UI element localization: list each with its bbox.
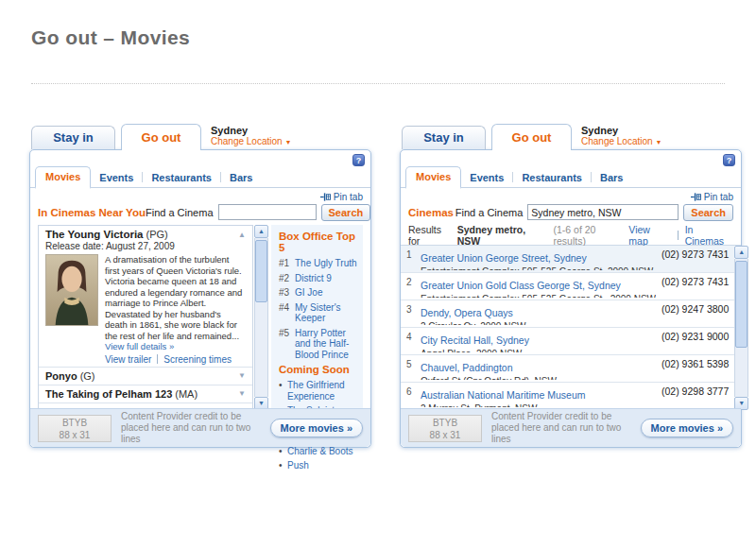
coming-soon-link[interactable]: The Girlfriend Experience bbox=[287, 380, 357, 402]
subtab-restaurants[interactable]: Restaurants bbox=[513, 168, 591, 187]
cinema-name-link[interactable]: Chauvel, Paddington bbox=[421, 362, 513, 373]
cinema-phone: (02) 9231 9000 bbox=[662, 331, 729, 352]
scroll-up-button[interactable]: ▲ bbox=[734, 246, 748, 259]
box-office-link[interactable]: The Ugly Truth bbox=[295, 258, 357, 269]
cinemas-widget: Stay in Go out Sydney Change Location ▼ … bbox=[400, 124, 742, 448]
box-office-item: #3GI Joe bbox=[279, 287, 357, 299]
pin-tab-link[interactable]: Pin tab bbox=[320, 192, 363, 202]
search-row: In Cinemas Near You Find a Cinema Search bbox=[30, 202, 370, 225]
cinema-name-link[interactable]: Australian National Maritime Museum bbox=[421, 389, 585, 401]
cinema-phone: (02) 9247 3800 bbox=[662, 303, 729, 325]
help-icon[interactable]: ? bbox=[352, 154, 365, 166]
subtab-events[interactable]: Events bbox=[461, 168, 512, 187]
widget-footer: BTYB88 x 31 Content Provider credit to b… bbox=[30, 408, 370, 447]
help-row: ? bbox=[30, 150, 370, 167]
top-tab-row: Stay in Go out Sydney Change Location ▼ bbox=[400, 124, 742, 149]
view-full-details-link[interactable]: View full details » bbox=[105, 341, 174, 351]
change-location-link[interactable]: Change Location ▼ bbox=[581, 136, 662, 146]
find-cinema-input[interactable] bbox=[527, 204, 679, 220]
scrollbar-track[interactable] bbox=[734, 259, 748, 397]
movies-panel: ? Movies Events Restaurants Bars Pin tab… bbox=[29, 149, 371, 448]
cinema-name-link[interactable]: Greater Union George Street, Sydney bbox=[421, 252, 587, 264]
bullet-icon: • bbox=[279, 460, 287, 471]
cinema-phone: (02) 9273 7431 bbox=[662, 248, 729, 270]
tab-go-out[interactable]: Go out bbox=[121, 124, 201, 149]
cinema-results: 1 Greater Union George Street, SydneyEnt… bbox=[401, 246, 741, 410]
cinema-name-link[interactable]: Greater Union Gold Class George St, Sydn… bbox=[421, 280, 621, 291]
cinema-name-link[interactable]: Dendy, Opera Quays bbox=[421, 307, 513, 318]
featured-movie: The Young Victoria (PG) ▲ Release date: … bbox=[39, 226, 252, 367]
cinema-address: 2 Murray St, Pyrmont, NSW bbox=[421, 403, 656, 407]
box-office-link[interactable]: GI Joe bbox=[295, 287, 322, 299]
cinema-row: 3 Dendy, Opera Quays2 Circular Qy, 2000 … bbox=[401, 300, 734, 328]
movie-poster-image bbox=[45, 254, 98, 326]
help-icon[interactable]: ? bbox=[723, 154, 735, 166]
search-button[interactable]: Search bbox=[321, 204, 371, 221]
expand-icon: ▼ bbox=[238, 371, 246, 380]
search-button[interactable]: Search bbox=[683, 204, 733, 221]
scroll-up-button[interactable]: ▲ bbox=[254, 225, 268, 238]
more-movies-button[interactable]: More movies » bbox=[641, 419, 733, 437]
pin-icon bbox=[691, 192, 701, 202]
content-provider-credit: Content Provider credit to be placed her… bbox=[112, 411, 270, 445]
sidebar: Box Office Top 5 #1The Ugly Truth #2Dist… bbox=[271, 225, 363, 410]
expand-icon: ▼ bbox=[238, 389, 246, 398]
movie-accordion-row[interactable]: The Taking of Pelham 123 (MA) ▼ bbox=[39, 385, 252, 402]
subtab-movies[interactable]: Movies bbox=[35, 166, 91, 189]
change-location-link[interactable]: Change Location ▼ bbox=[211, 136, 291, 146]
subtab-events[interactable]: Events bbox=[91, 168, 142, 187]
cinema-row: 4 City Recital Hall, SydneyAngel Place, … bbox=[401, 328, 734, 355]
in-cinemas-link[interactable]: In Cinemas bbox=[685, 224, 733, 247]
box-office-item: #4My Sister's Keeper bbox=[279, 302, 357, 324]
find-cinema-label: Find a Cinema bbox=[146, 207, 214, 218]
coming-soon-link[interactable]: Charlie & Boots bbox=[287, 446, 352, 457]
view-trailer-link[interactable]: View trailer bbox=[105, 354, 151, 365]
release-date: Release date: August 27, 2009 bbox=[45, 241, 246, 251]
scrollbar-thumb[interactable] bbox=[255, 240, 267, 302]
btyb-placeholder: BTYB88 x 31 bbox=[38, 415, 112, 442]
page-title: Go out – Movies bbox=[31, 26, 190, 49]
tab-stay-in[interactable]: Stay in bbox=[402, 126, 486, 149]
scrollbar-thumb[interactable] bbox=[735, 261, 747, 348]
chevron-down-icon: ▼ bbox=[284, 139, 291, 146]
box-office-link[interactable]: Harry Potter and the Half-Blood Prince bbox=[295, 328, 357, 361]
location-city: Sydney bbox=[211, 125, 291, 136]
more-movies-button[interactable]: More movies » bbox=[270, 419, 363, 437]
movie-accordion-row[interactable]: Ponyo (G) ▼ bbox=[39, 367, 252, 385]
cinema-rows: 1 Greater Union George Street, SydneyEnt… bbox=[401, 246, 734, 410]
tab-stay-in[interactable]: Stay in bbox=[31, 126, 115, 149]
box-office-link[interactable]: District 9 bbox=[295, 273, 332, 284]
top-tab-row: Stay in Go out Sydney Change Location ▼ bbox=[29, 124, 371, 149]
movies-widget: Stay in Go out Sydney Change Location ▼ … bbox=[29, 124, 371, 448]
find-cinema-label: Find a Cinema bbox=[455, 207, 524, 218]
location-block: Sydney Change Location ▼ bbox=[211, 124, 291, 146]
subtab-bars[interactable]: Bars bbox=[592, 168, 631, 187]
cinema-phone: (02) 9298 3777 bbox=[662, 385, 729, 407]
coming-soon-link[interactable]: Push bbox=[287, 460, 309, 471]
screening-times-link[interactable]: Screening times bbox=[163, 354, 232, 365]
cinema-address: Oxford St (Cnr Oatley Rd), NSW bbox=[421, 376, 656, 380]
subtab-bars[interactable]: Bars bbox=[221, 168, 261, 187]
pin-tab-link[interactable]: Pin tab bbox=[691, 192, 733, 202]
tab-go-out[interactable]: Go out bbox=[491, 124, 572, 149]
find-cinema-input[interactable] bbox=[218, 204, 317, 220]
cinema-address: Entertainment Complex 505-525 George St … bbox=[421, 294, 656, 298]
movie-description: A dramatisation of the turbulent first y… bbox=[105, 254, 246, 352]
cinema-name-link[interactable]: City Recital Hall, Sydney bbox=[421, 334, 529, 346]
content-provider-credit: Content Provider credit to be placed her… bbox=[482, 411, 641, 445]
collapse-icon[interactable]: ▲ bbox=[238, 231, 246, 239]
movie-title: The Young Victoria bbox=[45, 229, 144, 240]
view-map-link[interactable]: View map bbox=[628, 224, 670, 247]
scrollbar-track[interactable] bbox=[254, 238, 268, 397]
cinema-address: Angel Place, 2000 NSW bbox=[421, 349, 656, 352]
pin-row: Pin tab bbox=[401, 188, 741, 202]
subtab-restaurants[interactable]: Restaurants bbox=[143, 168, 220, 187]
box-office-link[interactable]: My Sister's Keeper bbox=[295, 302, 357, 324]
cinema-phone: (02) 9361 5398 bbox=[662, 358, 729, 380]
section-title: Cinemas bbox=[408, 207, 454, 218]
subtab-movies[interactable]: Movies bbox=[405, 166, 461, 189]
movies-content: The Young Victoria (PG) ▲ Release date: … bbox=[30, 225, 370, 410]
section-title: In Cinemas Near You bbox=[38, 207, 146, 218]
box-office-heading: Box Office Top 5 bbox=[279, 231, 357, 253]
scrollbar: ▲ ▼ bbox=[254, 225, 268, 410]
